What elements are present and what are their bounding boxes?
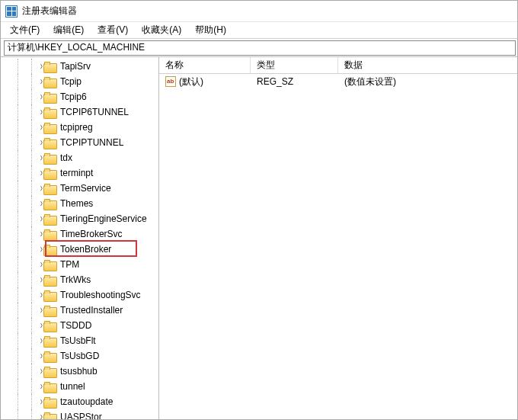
value-type: REG_SZ (251, 76, 338, 87)
menu-help[interactable]: 帮助(H) (189, 22, 232, 38)
tree-item-label: TCPIP6TUNNEL (59, 106, 130, 118)
folder-icon (43, 367, 56, 377)
col-header-type[interactable]: 类型 (251, 57, 338, 73)
path-input[interactable] (4, 40, 516, 56)
tree-item-label: TPM (59, 258, 81, 271)
tree-item-label: Themes (59, 197, 94, 210)
folder-icon (43, 62, 56, 72)
col-header-data[interactable]: 数据 (338, 57, 517, 73)
tree-item-termservice[interactable]: TermService (1, 181, 158, 196)
values-header: 名称 类型 数据 (159, 57, 517, 74)
tree-item-tcpip6[interactable]: Tcpip6 (1, 89, 158, 104)
tree-item-trustedinstaller[interactable]: TrustedInstaller (1, 303, 158, 318)
tree-item-label: TokenBroker (59, 243, 113, 255)
tree-item-tcpip[interactable]: Tcpip (1, 74, 158, 89)
values-body[interactable]: (默认)REG_SZ(数值未设置) (159, 74, 517, 419)
folder-icon (43, 214, 56, 224)
tree-item-trkwks[interactable]: TrkWks (1, 272, 158, 287)
menu-favorites[interactable]: 收藏夹(A) (136, 22, 187, 38)
tree-item-label: tzautoupdate (59, 396, 114, 408)
tree-item-label: TSDDD (59, 319, 93, 332)
tree-item-tunnel[interactable]: tunnel (1, 379, 158, 394)
regedit-icon (5, 5, 18, 18)
tree-item-label: TsUsbGD (59, 350, 101, 362)
tree-item-label: TrustedInstaller (59, 304, 124, 316)
tree-item-label: Tcpip (59, 75, 83, 88)
tree-item-label: TroubleshootingSvc (59, 289, 142, 301)
tree-item-tdx[interactable]: tdx (1, 150, 158, 165)
tree-item-label: TieringEngineService (59, 213, 149, 225)
string-value-icon (165, 76, 176, 87)
folder-icon (43, 107, 56, 117)
tree-item-label: TimeBrokerSvc (59, 228, 124, 240)
folder-icon (43, 184, 56, 194)
tree-item-tcpipreg[interactable]: tcpipreg (1, 120, 158, 135)
menubar: 文件(F) 编辑(E) 查看(V) 收藏夹(A) 帮助(H) (1, 22, 517, 39)
folder-icon (43, 77, 56, 87)
tree-item-tsusbflt[interactable]: TsUsbFlt (1, 333, 158, 348)
folder-icon (43, 138, 56, 148)
col-header-name[interactable]: 名称 (159, 57, 251, 73)
tree-item-label: tunnel (59, 380, 87, 393)
tree-item-label: TermService (59, 182, 113, 194)
tree-item-tsusbhub[interactable]: tsusbhub (1, 364, 158, 379)
tree-item-tsddd[interactable]: TSDDD (1, 318, 158, 333)
tree-item-tpm[interactable]: TPM (1, 257, 158, 272)
folder-icon (43, 260, 56, 270)
tree-item-tokenbroker[interactable]: TokenBroker (1, 242, 158, 257)
folder-icon (43, 229, 56, 239)
folder-icon (43, 168, 56, 178)
tree-item-label: tdx (59, 152, 74, 164)
folder-icon (43, 92, 56, 102)
tree-item-terminpt[interactable]: terminpt (1, 165, 158, 181)
tree-item-tzautoupdate[interactable]: tzautoupdate (1, 394, 158, 409)
window-title: 注册表编辑器 (22, 5, 77, 18)
folder-icon (43, 290, 56, 300)
tree-item-label: TsUsbFlt (59, 335, 98, 347)
tree-item-tieringengineservice[interactable]: TieringEngineService (1, 211, 158, 226)
value-data: (数值未设置) (338, 75, 517, 88)
folder-icon (43, 199, 56, 209)
tree-item-label: TapiSrv (59, 60, 92, 72)
menu-edit[interactable]: 编辑(E) (47, 22, 90, 38)
tree-item-tcpip6tunnel[interactable]: TCPIP6TUNNEL (1, 104, 158, 120)
value-name: (默认) (179, 75, 203, 88)
tree-item-label: TrkWks (59, 274, 92, 286)
tree-item-label: tcpipreg (59, 121, 94, 133)
tree-item-tsusbgd[interactable]: TsUsbGD (1, 348, 158, 364)
folder-icon (43, 306, 56, 316)
titlebar: 注册表编辑器 (1, 1, 517, 22)
values-pane: 名称 类型 数据 (默认)REG_SZ(数值未设置) (159, 57, 517, 419)
folder-icon (43, 123, 56, 133)
tree-item-label: UASPStor (59, 411, 104, 419)
folder-icon (43, 153, 56, 163)
folder-icon (43, 275, 56, 285)
tree-item-troubleshootingsvc[interactable]: TroubleshootingSvc (1, 287, 158, 303)
tree-scroll[interactable]: TapiSrvTcpipTcpip6TCPIP6TUNNELtcpipregTC… (1, 57, 158, 419)
folder-icon (43, 336, 56, 346)
menu-view[interactable]: 查看(V) (91, 22, 134, 38)
tree-pane: TapiSrvTcpipTcpip6TCPIP6TUNNELtcpipregTC… (1, 57, 159, 419)
folder-icon (43, 351, 56, 361)
addressbar (1, 39, 517, 57)
main-split: TapiSrvTcpipTcpip6TCPIP6TUNNELtcpipregTC… (1, 57, 517, 419)
tree-item-label: tsusbhub (59, 365, 99, 377)
folder-icon (43, 321, 56, 331)
menu-file[interactable]: 文件(F) (4, 22, 46, 38)
value-row[interactable]: (默认)REG_SZ(数值未设置) (159, 74, 517, 89)
tree-item-tapisrv[interactable]: TapiSrv (1, 59, 158, 74)
tree-item-uaspstor[interactable]: UASPStor (1, 409, 158, 419)
tree-item-timebrokersvc[interactable]: TimeBrokerSvc (1, 226, 158, 242)
folder-icon (43, 382, 56, 392)
folder-icon (43, 245, 56, 255)
tree-item-tcpiptunnel[interactable]: TCPIPTUNNEL (1, 135, 158, 150)
tree-item-label: Tcpip6 (59, 91, 88, 103)
tree-item-themes[interactable]: Themes (1, 196, 158, 211)
tree-item-label: TCPIPTUNNEL (59, 136, 125, 149)
tree-item-label: terminpt (59, 167, 94, 179)
folder-icon (43, 412, 56, 420)
folder-icon (43, 397, 56, 407)
